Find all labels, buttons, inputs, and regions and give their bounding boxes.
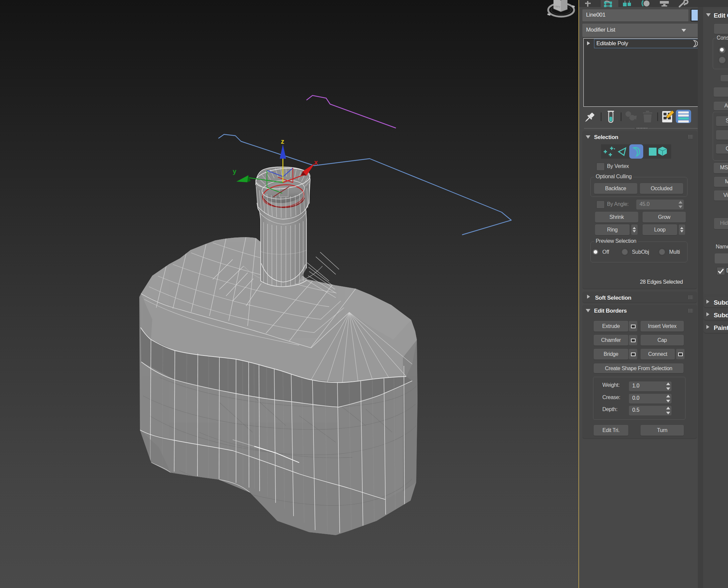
svg-text:z: z [281,138,284,145]
svg-text:y: y [233,168,237,175]
svg-text:x: x [314,159,318,166]
